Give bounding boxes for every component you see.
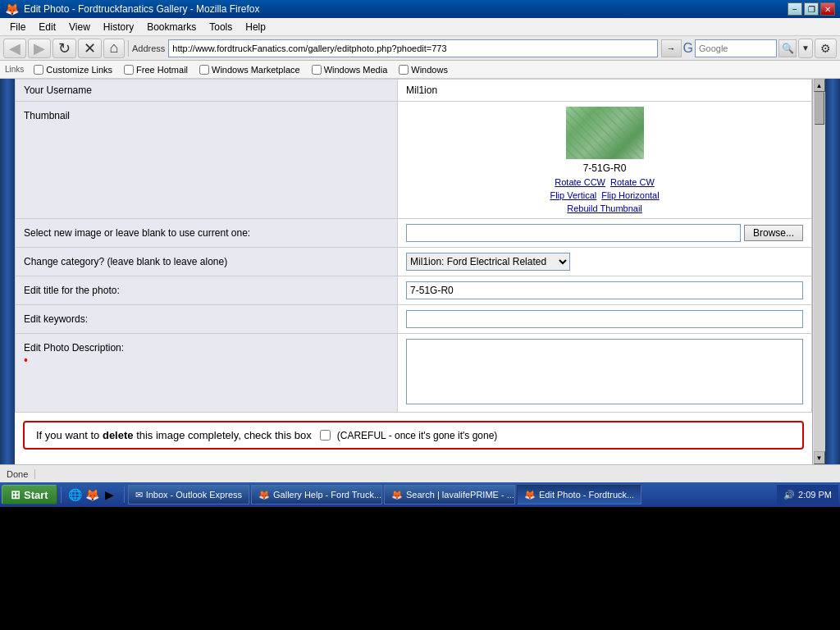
back-button[interactable]: ◀ [3, 39, 26, 58]
page-area: Your Username Mil1ion Thumbnail 7-51G-R0… [0, 79, 840, 464]
new-image-cell: Browse... [398, 219, 812, 248]
settings-icon[interactable]: ⚙ [815, 39, 837, 58]
thumbnail-area: 7-51G-R0 Rotate CCW Rotate CW Flip Verti… [406, 107, 803, 213]
restore-button[interactable]: ❐ [804, 2, 819, 16]
title-row: Edit title for the photo: [16, 276, 812, 305]
search-button[interactable]: 🔍 [778, 39, 797, 57]
editphoto-icon: 🦊 [524, 490, 536, 500]
go-button[interactable]: → [661, 39, 682, 57]
address-bar: Address → [132, 39, 682, 57]
taskbar-separator2 [124, 486, 125, 503]
menu-file[interactable]: File [3, 20, 32, 34]
link-hotmail[interactable]: Free Hotmail [119, 64, 193, 75]
browse-button[interactable]: Browse... [744, 225, 803, 241]
rotate-cw-link[interactable]: Rotate CW [610, 177, 655, 187]
ie-quick-launch[interactable]: 🌐 [68, 487, 83, 502]
rotate-ccw-link[interactable]: Rotate CCW [555, 177, 605, 187]
scrollbar[interactable]: ▲ ▼ [812, 79, 825, 464]
menu-bar: File Edit View History Bookmarks Tools H… [0, 18, 840, 36]
username-value: Mil1ion [398, 80, 812, 102]
right-sidebar [825, 79, 840, 464]
rebuild-thumbnail-link[interactable]: Rebuild Thumbnail [567, 203, 642, 213]
link-customize[interactable]: Customize Links [29, 64, 117, 75]
search-box: G 🔍 ▼ [683, 39, 813, 58]
start-button[interactable]: ⊞ Start [2, 485, 57, 504]
firefox-quick-launch[interactable]: 🦊 [85, 487, 100, 502]
title-left: 🦊 Edit Photo - Fordtruckfanatics Gallery… [5, 2, 259, 16]
window-titlebar: 🦊 Edit Photo - Fordtruckfanatics Gallery… [0, 0, 840, 18]
taskbar-outlook[interactable]: ✉ Inbox - Outlook Express [128, 485, 249, 504]
flip-horizontal-link[interactable]: Flip Horizontal [601, 190, 659, 200]
title-input[interactable] [406, 281, 803, 299]
keywords-input[interactable] [406, 310, 803, 328]
scroll-track[interactable] [814, 92, 825, 451]
username-row: Your Username Mil1ion [16, 80, 812, 102]
menu-bookmarks[interactable]: Bookmarks [140, 20, 203, 34]
description-textarea[interactable] [406, 339, 803, 404]
thumbnail-links: Rotate CCW Rotate CW [555, 177, 655, 187]
link-windows[interactable]: Windows [394, 64, 453, 75]
taskbar-separator [61, 486, 62, 503]
category-select[interactable]: Mil1ion: Ford Electrical Related [406, 253, 570, 271]
new-image-row: Select new image or leave blank to use c… [16, 219, 812, 248]
taskbar-editphoto[interactable]: 🦊 Edit Photo - Fordtruck... [517, 485, 641, 504]
left-sidebar [0, 79, 15, 464]
links-bar: Links Customize Links Free Hotmail Windo… [0, 61, 840, 79]
forward-button[interactable]: ▶ [28, 39, 51, 58]
delete-checkbox[interactable] [320, 430, 331, 441]
taskbar: ⊞ Start 🌐 🦊 ▶ ✉ Inbox - Outlook Express … [0, 482, 840, 507]
menu-edit[interactable]: Edit [32, 20, 62, 34]
scroll-up-button[interactable]: ▲ [814, 79, 825, 92]
new-image-label: Select new image or leave blank to use c… [16, 219, 398, 248]
navigation-toolbar: ◀ ▶ ↻ ✕ ⌂ Address → G 🔍 ▼ ⚙ [0, 36, 840, 61]
window-title: Edit Photo - Fordtruckfanatics Gallery -… [24, 3, 259, 15]
stop-button[interactable]: ✕ [78, 39, 102, 58]
delete-box: If you want to delete this image complet… [23, 421, 804, 450]
thumbnail-cell: 7-51G-R0 Rotate CCW Rotate CW Flip Verti… [398, 102, 812, 219]
start-label: Start [24, 489, 48, 501]
quick-launch: 🌐 🦊 ▶ [65, 487, 121, 502]
link-marketplace[interactable]: Windows Marketplace [194, 64, 305, 75]
network-icon: 🔊 [783, 490, 795, 500]
window-controls: − ❐ ✕ [788, 2, 835, 16]
address-input[interactable] [168, 39, 657, 57]
username-label: Your Username [16, 80, 398, 102]
file-input-area: Browse... [406, 224, 803, 242]
home-button[interactable]: ⌂ [103, 39, 125, 58]
taskbar-gallery-help[interactable]: 🦊 Gallery Help - Ford Truck... [251, 485, 382, 504]
search-taskbar-icon: 🦊 [391, 490, 403, 500]
thumbnail-flip-links: Flip Vertical Flip Horizontal [550, 190, 659, 200]
link-media[interactable]: Windows Media [307, 64, 393, 75]
close-button[interactable]: ✕ [820, 2, 835, 16]
menu-help[interactable]: Help [239, 20, 272, 34]
status-bar: Done [0, 464, 840, 482]
media-quick-launch[interactable]: ▶ [103, 487, 117, 502]
category-cell: Mil1ion: Ford Electrical Related [398, 248, 812, 276]
minimize-button[interactable]: − [788, 2, 802, 16]
file-input[interactable] [406, 224, 741, 242]
thumbnail-overlay [566, 107, 644, 159]
menu-tools[interactable]: Tools [203, 20, 239, 34]
menu-history[interactable]: History [97, 20, 140, 34]
windows-logo: ⊞ [11, 488, 21, 501]
search-input[interactable] [695, 39, 777, 57]
main-content: Your Username Mil1ion Thumbnail 7-51G-R0… [15, 79, 812, 464]
search-dropdown[interactable]: ▼ [798, 39, 813, 58]
edit-form-table: Your Username Mil1ion Thumbnail 7-51G-R0… [15, 79, 812, 413]
flip-vertical-link[interactable]: Flip Vertical [550, 190, 596, 200]
clock: 2:09 PM [798, 490, 832, 500]
submit-area: Submit changes [15, 458, 812, 464]
delete-text: If you want to delete this image complet… [36, 429, 312, 441]
title-label: Edit title for the photo: [16, 276, 398, 305]
address-label: Address [132, 43, 165, 53]
reload-button[interactable]: ↻ [52, 39, 76, 58]
thumbnail-row: Thumbnail 7-51G-R0 Rotate CCW Rotate CW … [16, 102, 812, 219]
menu-view[interactable]: View [62, 20, 97, 34]
outlook-icon: ✉ [135, 490, 143, 500]
scroll-thumb[interactable] [815, 92, 824, 125]
category-label: Change category? (leave blank to leave a… [16, 248, 398, 276]
thumbnail-label: Thumbnail [16, 102, 398, 219]
scroll-down-button[interactable]: ▼ [814, 451, 825, 464]
taskbar-search[interactable]: 🦊 Search | lavalifePRIME - ... [384, 485, 515, 504]
description-row: Edit Photo Description: • [16, 334, 812, 413]
